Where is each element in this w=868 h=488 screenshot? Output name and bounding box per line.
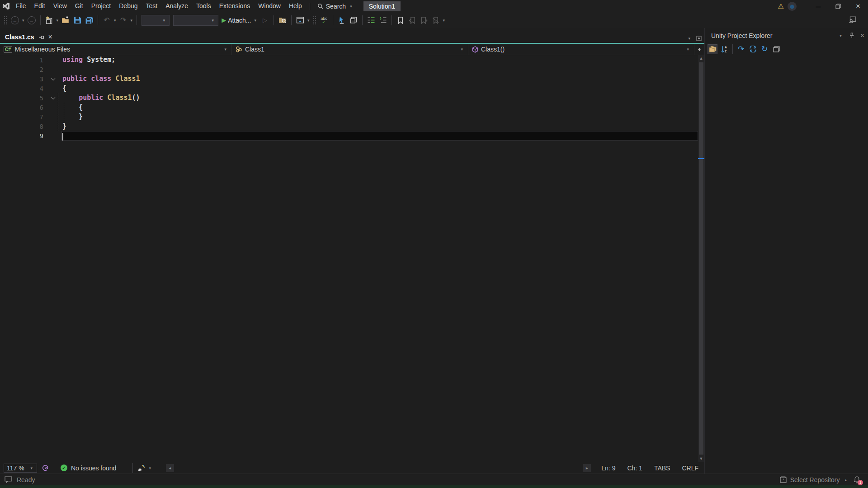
sync-button[interactable] xyxy=(748,44,758,54)
select-repository-button[interactable]: Select Repository xyxy=(790,476,840,483)
column-indicator[interactable]: Ch: 1 xyxy=(621,465,648,472)
tab-class1-cs[interactable]: Class1.cs × xyxy=(0,31,57,43)
show-folders-button[interactable] xyxy=(708,44,717,54)
menu-edit[interactable]: Edit xyxy=(30,0,49,12)
document-health-indicator[interactable]: ✓ No issues found xyxy=(61,465,116,472)
close-panel-icon[interactable]: × xyxy=(860,32,864,40)
menu-tools[interactable]: Tools xyxy=(192,0,215,12)
line-ending-indicator[interactable]: CRLF xyxy=(676,465,704,472)
code-line[interactable]: 5 public Class1() xyxy=(0,93,698,103)
toolbar-overflow-icon[interactable]: ▾ xyxy=(442,18,447,23)
chevron-down-icon[interactable]: ▾ xyxy=(55,18,60,23)
line-indicator[interactable]: Ln: 9 xyxy=(595,465,621,472)
toolbar-grip[interactable] xyxy=(313,16,316,25)
type-dropdown[interactable]: Class1 ▾ xyxy=(232,44,468,55)
split-window-button[interactable] xyxy=(694,44,704,55)
configuration-dropdown[interactable]: ▾ xyxy=(142,15,170,26)
undo-button[interactable]: ↶ xyxy=(101,14,112,26)
navigate-forward-button[interactable]: → xyxy=(26,14,37,26)
start-without-debugging-button[interactable]: ▷ xyxy=(259,14,270,26)
increase-indent-button[interactable] xyxy=(377,14,388,26)
toolbar-grip[interactable] xyxy=(4,16,7,25)
chevron-down-icon[interactable]: ▾ xyxy=(129,18,134,23)
save-all-button[interactable] xyxy=(84,14,94,26)
scroll-right-button[interactable]: ▸ xyxy=(583,464,591,472)
code-editor[interactable]: 1using System;23public class Class14{5 p… xyxy=(0,55,698,462)
chevron-down-icon[interactable]: ▾ xyxy=(113,18,118,23)
code-line[interactable]: 4{ xyxy=(0,84,698,93)
document-well-options-icon[interactable] xyxy=(696,36,702,41)
format-document-button[interactable] xyxy=(348,14,359,26)
fold-chevron-icon[interactable] xyxy=(43,78,62,80)
menu-test[interactable]: Test xyxy=(142,0,162,12)
send-feedback-button[interactable] xyxy=(847,14,858,26)
attach-button[interactable]: ▶ Attach... ▾ xyxy=(221,14,259,26)
code-cleanup-button[interactable] xyxy=(136,462,147,474)
code-line[interactable]: 8} xyxy=(0,122,698,131)
save-button[interactable] xyxy=(72,14,83,26)
notifications-button[interactable]: 1 xyxy=(852,475,862,485)
pin-icon[interactable] xyxy=(38,34,44,40)
solution-badge[interactable]: Solution1 xyxy=(363,1,401,11)
scroll-up-icon[interactable]: ▲ xyxy=(698,55,704,61)
show-all-files-button[interactable] xyxy=(771,44,781,54)
menu-extensions[interactable]: Extensions xyxy=(215,0,254,12)
panel-options-icon[interactable]: ▾ xyxy=(838,33,843,38)
chevron-down-icon[interactable]: ▾ xyxy=(306,18,311,23)
menu-git[interactable]: Git xyxy=(71,0,87,12)
close-tab-icon[interactable]: × xyxy=(48,33,52,41)
platform-dropdown[interactable]: ▾ xyxy=(173,15,218,26)
toggle-bookmark-button[interactable] xyxy=(395,14,406,26)
next-bookmark-button[interactable] xyxy=(419,14,429,26)
redo-button[interactable]: ↷ xyxy=(118,14,129,26)
previous-bookmark-button[interactable] xyxy=(407,14,418,26)
scrollbar-thumb[interactable] xyxy=(699,62,703,455)
sort-alphabetical-button[interactable]: AZ xyxy=(719,44,729,54)
clear-bookmarks-button[interactable] xyxy=(430,14,441,26)
zoom-level-dropdown[interactable]: 117 % ▾ xyxy=(4,464,37,473)
code-line[interactable]: 6 { xyxy=(0,103,698,112)
close-window-button[interactable]: × xyxy=(848,0,868,12)
menu-project[interactable]: Project xyxy=(87,0,115,12)
menu-debug[interactable]: Debug xyxy=(115,0,142,12)
code-line[interactable]: 3public class Class1 xyxy=(0,74,698,84)
open-file-button[interactable] xyxy=(60,14,71,26)
code-line[interactable]: 9 xyxy=(0,131,698,141)
indent-mode-indicator[interactable]: TABS xyxy=(648,465,676,472)
goto-unity-button[interactable]: ↷ xyxy=(736,44,746,54)
pin-icon[interactable] xyxy=(849,33,854,38)
solution-explorer-home-button[interactable] xyxy=(295,14,306,26)
new-file-button[interactable]: ✱ xyxy=(44,14,55,26)
restore-button[interactable] xyxy=(828,0,848,12)
code-line[interactable]: 2 xyxy=(0,65,698,74)
fold-chevron-icon[interactable] xyxy=(43,97,62,99)
scroll-left-button[interactable]: ◂ xyxy=(166,464,174,472)
feedback-bubble-icon[interactable] xyxy=(5,476,12,483)
warning-icon[interactable]: ⚠ xyxy=(774,2,788,10)
navigate-to-cursor-button[interactable] xyxy=(336,14,347,26)
menu-view[interactable]: View xyxy=(49,0,71,12)
menu-window[interactable]: Window xyxy=(254,0,285,12)
project-dropdown[interactable]: C# Miscellaneous Files ▾ xyxy=(0,44,232,55)
minimize-button[interactable]: — xyxy=(808,0,828,12)
code-line[interactable]: 7 } xyxy=(0,112,698,122)
menu-file[interactable]: File xyxy=(12,0,30,12)
vertical-scrollbar[interactable]: ▲ ▼ xyxy=(698,55,704,462)
document-list-icon[interactable]: ▾ xyxy=(687,36,692,41)
code-line[interactable]: 1using System; xyxy=(0,55,698,65)
spell-checker-button[interactable]: abc ✓ xyxy=(319,14,330,26)
chevron-up-icon[interactable]: ▴ xyxy=(843,478,848,482)
intellicode-icon[interactable] xyxy=(42,465,49,472)
refresh-button[interactable]: ↻ xyxy=(760,44,769,54)
account-avatar[interactable] xyxy=(788,2,797,11)
menu-analyze[interactable]: Analyze xyxy=(161,0,192,12)
chevron-down-icon[interactable]: ▾ xyxy=(147,466,152,470)
menu-help[interactable]: Help xyxy=(285,0,306,12)
find-in-files-button[interactable] xyxy=(277,14,288,26)
scroll-down-icon[interactable]: ▼ xyxy=(698,455,704,462)
member-dropdown[interactable]: Class1() ▾ xyxy=(468,44,694,55)
navigate-back-button[interactable]: ← xyxy=(9,14,20,26)
search-control[interactable]: Search ▾ xyxy=(314,0,357,12)
chevron-down-icon[interactable]: ▾ xyxy=(21,18,26,23)
decrease-indent-button[interactable] xyxy=(366,14,377,26)
